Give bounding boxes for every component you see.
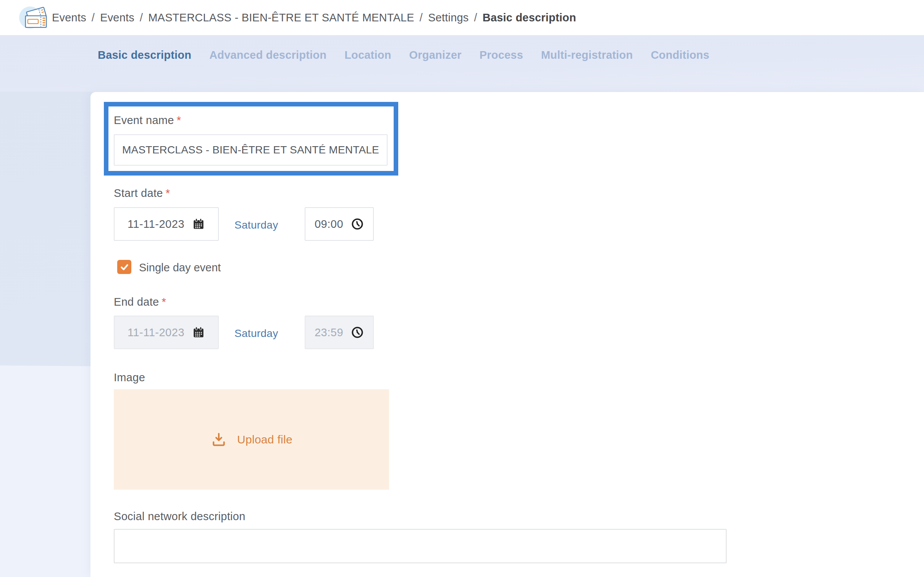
image-label: Image bbox=[114, 371, 145, 384]
required-asterisk: * bbox=[162, 296, 166, 308]
tab-basic-description[interactable]: Basic description bbox=[98, 49, 191, 61]
tab-multi-registration[interactable]: Multi-registration bbox=[541, 49, 633, 61]
tab-conditions[interactable]: Conditions bbox=[651, 49, 709, 61]
breadcrumb-separator: / bbox=[420, 11, 423, 24]
upload-file-label[interactable]: Upload file bbox=[237, 433, 292, 446]
required-asterisk: * bbox=[166, 187, 170, 199]
start-date-input[interactable]: 11-11-2023 bbox=[114, 207, 219, 241]
end-weekday-label: Saturday bbox=[234, 327, 278, 340]
breadcrumb-separator: / bbox=[140, 11, 143, 24]
single-day-label[interactable]: Single day event bbox=[139, 261, 221, 274]
event-settings-page: Events / Events / MASTERCLASS - BIEN-ÊTR… bbox=[0, 0, 924, 577]
breadcrumb-separator: / bbox=[474, 11, 477, 24]
tab-advanced-description[interactable]: Advanced description bbox=[209, 49, 326, 61]
social-description-input[interactable] bbox=[114, 529, 727, 563]
event-name-value: MASTERCLASS - BIEN-ÊTRE ET SANTÉ MENTALE bbox=[122, 144, 379, 156]
start-time-value: 09:00 bbox=[315, 218, 343, 230]
end-date-value: 11-11-2023 bbox=[128, 326, 184, 339]
calendar-icon bbox=[192, 218, 205, 230]
start-date-value: 11-11-2023 bbox=[128, 218, 184, 230]
social-description-label: Social network description bbox=[114, 510, 246, 523]
content-background: Event name* MASTERCLASS - BIEN-ÊTRE ET S… bbox=[0, 92, 924, 577]
breadcrumb-item-current: Basic description bbox=[483, 11, 576, 24]
breadcrumb-item-event-name[interactable]: MASTERCLASS - BIEN-ÊTRE ET SANTÉ MENTALE bbox=[148, 11, 414, 24]
end-date-input: 11-11-2023 bbox=[114, 316, 219, 349]
tab-location[interactable]: Location bbox=[344, 49, 391, 61]
check-icon bbox=[120, 262, 129, 272]
start-weekday-label: Saturday bbox=[234, 219, 278, 231]
start-time-input[interactable]: 09:00 bbox=[305, 207, 374, 241]
breadcrumb-item-settings[interactable]: Settings bbox=[428, 11, 468, 24]
end-time-input: 23:59 bbox=[305, 316, 374, 349]
image-upload-dropzone[interactable]: Upload file bbox=[114, 389, 389, 490]
calendar-icon bbox=[192, 326, 205, 339]
breadcrumb-item-events-root[interactable]: Events bbox=[52, 11, 86, 24]
basic-description-form-card: Event name* MASTERCLASS - BIEN-ÊTRE ET S… bbox=[90, 92, 924, 577]
breadcrumb-item-events[interactable]: Events bbox=[100, 11, 134, 24]
clock-icon bbox=[351, 218, 364, 230]
event-name-label: Event name* bbox=[114, 114, 181, 127]
event-name-input[interactable]: MASTERCLASS - BIEN-ÊTRE ET SANTÉ MENTALE bbox=[114, 134, 388, 166]
tab-organizer[interactable]: Organizer bbox=[409, 49, 462, 61]
single-day-checkbox[interactable] bbox=[117, 260, 131, 274]
required-asterisk: * bbox=[177, 114, 181, 126]
start-date-label: Start date* bbox=[114, 187, 170, 200]
tab-process[interactable]: Process bbox=[480, 49, 523, 61]
breadcrumb-separator: / bbox=[92, 11, 95, 24]
end-date-label: End date* bbox=[114, 296, 166, 308]
tickets-icon bbox=[19, 3, 48, 32]
clock-icon bbox=[351, 326, 364, 339]
download-icon bbox=[210, 431, 227, 448]
settings-tab-bar: Basic description Advanced description L… bbox=[0, 35, 924, 92]
end-time-value: 23:59 bbox=[315, 326, 343, 339]
breadcrumb: Events / Events / MASTERCLASS - BIEN-ÊTR… bbox=[0, 0, 924, 35]
